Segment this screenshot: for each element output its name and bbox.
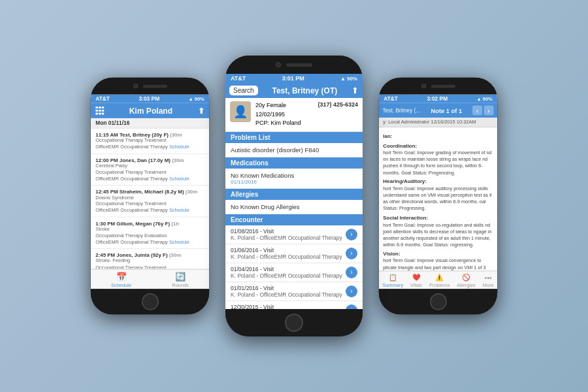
left-carrier: AT&T <box>95 96 110 102</box>
center-battery-icon: 90% <box>347 76 357 82</box>
encounter-item-4[interactable]: 01/01/2016 - Visit K. Poland - OfficeEMR… <box>225 282 363 301</box>
schedule-time-4: 1:30 PM Gillum, Megan (76y F) (1h <box>95 220 204 226</box>
schedule-item-2[interactable]: 12:00 PM Jones, Dan (17.0y M) (30m Cereb… <box>91 154 209 186</box>
schedule-time-3: 12:45 PM Straheim, Michael (8.2y M) (30m <box>95 189 204 195</box>
right-note-label: Note 1 of 1 <box>431 107 463 114</box>
encounter-arrow-1[interactable]: › <box>346 229 357 240</box>
encounter-provider-4: K. Poland - OfficeEMR Occupational Thera… <box>231 291 342 298</box>
schedule-desc-5: Stroke- FeedingOccupational Therapy Trea… <box>95 258 204 269</box>
problem-item: Autistic disorder (disorder) F840 <box>231 146 357 154</box>
schedule-item-5[interactable]: 2:45 PM Jones, Juinta (92y F) (30m Strok… <box>91 249 209 269</box>
center-speaker <box>286 63 312 67</box>
right-tab-summary[interactable]: 📋 Summary <box>380 274 406 287</box>
schedule-tab-icon: 📅 <box>116 272 127 282</box>
note-arrows: ‹ › <box>472 105 494 115</box>
note-content-area: lan: Coordination: hort Term Goal: Impro… <box>379 127 497 270</box>
schedule-desc-3: Downs SyndromeOccupational Therapy Treat… <box>95 195 204 214</box>
note-vision-body: hort Term Goal: Improve visual convergen… <box>383 258 493 270</box>
schedule-tab-label: Schedule <box>111 282 131 287</box>
center-carrier: AT&T <box>231 75 246 82</box>
right-more-label: More <box>483 282 494 287</box>
left-status-bar: AT&T 3:03 PM ▲ 90% <box>91 95 209 103</box>
tab-rounds[interactable]: 🔄 Rounds <box>170 272 191 287</box>
center-time: 3:01 PM <box>282 75 304 82</box>
allergy-item: No Known Drug Allergies <box>231 203 357 210</box>
right-status-bar: AT&T 3:02 PM ▲ 90% <box>379 95 497 103</box>
rounds-tab-label: Rounds <box>172 282 189 287</box>
apps-icon[interactable] <box>95 106 104 115</box>
right-allergies-icon: 🚫 <box>462 274 470 282</box>
right-screen: AT&T 3:02 PM ▲ 90% Test, Britney (... No… <box>379 95 497 289</box>
schedule-item-4[interactable]: 1:30 PM Gillum, Megan (76y F) (1h Stroke… <box>91 218 209 250</box>
patient-avatar: 👤 <box>230 101 251 122</box>
right-summary-label: Summary <box>382 282 403 287</box>
note-social-title: Social Interaction: <box>383 215 493 222</box>
note-prev-button[interactable]: ‹ <box>472 105 482 115</box>
left-phone-top <box>91 78 209 95</box>
encounter-header: Encounter <box>225 214 363 225</box>
left-home-button[interactable] <box>141 293 158 310</box>
right-problems-label: Problems <box>429 282 449 287</box>
center-camera <box>276 62 281 67</box>
right-battery-icon: 90% <box>483 96 493 101</box>
right-more-icon: ••• <box>485 274 492 282</box>
encounter-item-1[interactable]: 01/08/2016 - Visit K. Poland - OfficeEMR… <box>225 225 363 244</box>
schedule-desc-4: StrokeOccupational Therapy EvaluationOff… <box>95 227 204 246</box>
rounds-tab-icon: 🔄 <box>175 272 186 282</box>
left-nav-bar: Kim Poland ⬆ <box>91 103 209 118</box>
note-social-body: hort Term Goal: Improve co-regulation an… <box>383 222 493 249</box>
right-phone: AT&T 3:02 PM ▲ 90% Test, Britney (... No… <box>379 78 497 315</box>
med-date: 01/11/2016 <box>231 179 357 185</box>
left-time: 3:03 PM <box>139 96 159 102</box>
patient-info-row: 👤 20y Female 12/02/1995 PCP: Kim Poland … <box>225 98 363 132</box>
patient-details: 20y Female 12/02/1995 PCP: Kim Poland <box>255 101 313 128</box>
date-row: Mon 01/11/16 <box>91 118 209 129</box>
schedule-time-1: 11:15 AM Test, Britney (20y F) (30m <box>95 131 204 137</box>
allergies-header: Allergies <box>225 189 363 200</box>
encounter-list: 01/08/2016 - Visit K. Poland - OfficeEMR… <box>225 225 363 310</box>
right-problems-icon: ⚠️ <box>435 274 444 282</box>
center-share-icon[interactable]: ⬆ <box>351 86 359 95</box>
right-summary-icon: 📋 <box>389 274 397 282</box>
patient-pcp: PCP: Kim Poland <box>255 119 313 128</box>
encounter-item-2[interactable]: 01/06/2016 - Visit K. Poland - OfficeEMR… <box>225 244 363 263</box>
right-location-icon: ▲ <box>477 96 482 101</box>
encounter-item-5[interactable]: 12/30/2015 - Visit K. Poland - OfficeEMR… <box>225 301 363 310</box>
note-meta: y: Local Administrator 12/16/2015 10:32A… <box>379 118 497 127</box>
right-patient-short: Test, Britney (... <box>382 107 420 113</box>
right-tab-allergies[interactable]: 🚫 Allergies <box>455 274 478 287</box>
right-note-nav: Test, Britney (... Note 1 of 1 ‹ › <box>379 103 497 118</box>
encounter-arrow-4[interactable]: › <box>346 286 357 297</box>
right-status-icons: ▲ 90% <box>477 96 493 101</box>
search-button[interactable]: Search <box>229 86 258 95</box>
phones-container: AT&T 3:03 PM ▲ 90% Kim Poland ⬆ Mon 01/1… <box>73 42 515 350</box>
center-status-icons: ▲ 90% <box>340 76 357 82</box>
encounter-date-4: 01/01/2016 - Visit <box>231 285 342 291</box>
left-screen: AT&T 3:03 PM ▲ 90% Kim Poland ⬆ Mon 01/1… <box>91 95 209 289</box>
encounter-arrow-2[interactable]: › <box>346 248 357 259</box>
patient-dob: 12/02/1995 <box>255 110 313 120</box>
right-tab-problems[interactable]: ⚠️ Problems <box>427 274 452 287</box>
right-home-button[interactable] <box>429 293 446 310</box>
med-item: No Known Medications <box>231 172 357 179</box>
encounter-date-5: 12/30/2015 - Visit <box>231 304 342 310</box>
encounter-provider-2: K. Poland - OfficeEMR Occupational Thera… <box>231 253 342 260</box>
right-vitals-label: Vitals <box>410 282 422 287</box>
encounter-arrow-5[interactable]: › <box>346 304 357 310</box>
schedule-desc-2: Cerebral PalsyOccupational Therapy Treat… <box>95 163 204 182</box>
schedule-item-3[interactable]: 12:45 PM Straheim, Michael (8.2y M) (30m… <box>91 186 209 218</box>
encounter-arrow-3[interactable]: › <box>346 267 357 278</box>
share-icon[interactable]: ⬆ <box>198 106 204 115</box>
encounter-item-3[interactable]: 01/04/2016 - Visit K. Poland - OfficeEMR… <box>225 263 363 282</box>
location-icon: ▲ <box>189 96 193 101</box>
center-home-button[interactable] <box>285 314 303 332</box>
encounter-date-2: 01/06/2016 - Visit <box>231 247 342 253</box>
right-tab-more[interactable]: ••• More <box>480 274 496 287</box>
schedule-item-1[interactable]: 11:15 AM Test, Britney (20y F) (30m Occu… <box>91 129 209 154</box>
right-phone-bottom <box>379 289 497 314</box>
right-tab-vitals[interactable]: ❤️ Vitals <box>408 274 425 287</box>
tab-schedule[interactable]: 📅 Schedule <box>108 272 133 287</box>
left-speaker <box>142 84 167 88</box>
note-coordination-title: Coordination: <box>383 142 493 150</box>
note-next-button[interactable]: › <box>484 105 494 115</box>
